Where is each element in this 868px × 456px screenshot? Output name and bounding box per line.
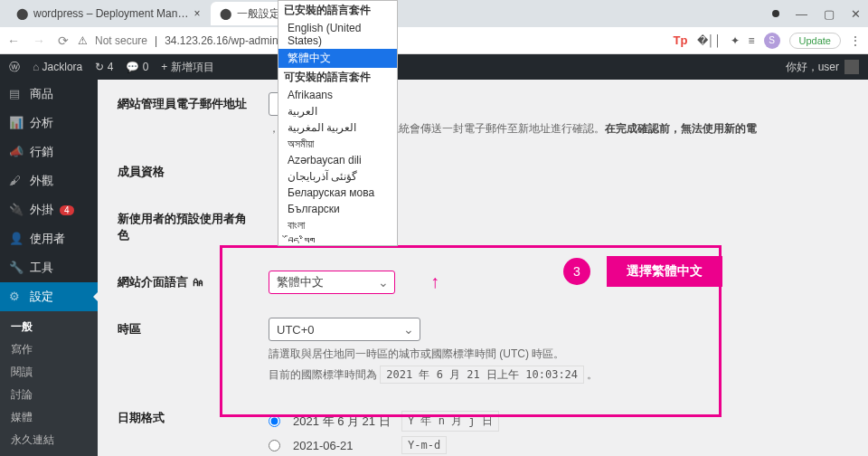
tools-icon: 🔧	[9, 261, 24, 275]
lang-group-available: 可安裝的語言套件	[278, 68, 397, 87]
menu-icon[interactable]: ⋮	[850, 34, 861, 47]
timezone-select[interactable]: UTC+0	[269, 318, 420, 341]
timezone-description: 請選取與居住地同一時區的城市或國際標準時間 (UTC) 時區。	[269, 347, 848, 362]
close-icon[interactable]: ✕	[851, 7, 861, 21]
site-name[interactable]: ⌂ Jacklora	[33, 61, 82, 73]
membership-label: 成員資格	[118, 149, 267, 195]
insecure-icon: ⚠	[78, 34, 88, 47]
browser-titlebar: ⬤ wordpress – Deployment Man… × ⬤ 一般設定 ‹…	[0, 0, 868, 27]
date-format-code: Y-m-d	[401, 436, 447, 454]
date-format-radio[interactable]	[269, 415, 280, 427]
admin-email-label: 網站管理員電子郵件地址	[118, 81, 267, 147]
site-language-select[interactable]: 繁體中文	[269, 271, 395, 294]
annotation-callout: 3 選擇繁體中文	[563, 256, 722, 287]
default-role-label: 新使用者的預設使用者角色	[118, 196, 267, 258]
extension-tp-icon[interactable]: Tp	[674, 33, 688, 47]
annotation-arrow-icon	[430, 271, 439, 299]
reload-icon[interactable]: ⟳	[58, 33, 69, 48]
extension-icon[interactable]: �││	[697, 34, 722, 47]
settings-icon: ⚙	[9, 290, 24, 304]
howdy-user[interactable]: 你好，user	[786, 60, 839, 75]
wordpress-icon: ⬤	[16, 7, 28, 20]
menu-plugins[interactable]: 🔌外掛 4	[0, 195, 98, 224]
lang-option[interactable]: گؤنئی آذربایجان	[278, 168, 397, 185]
lang-option[interactable]: العربية	[278, 103, 397, 119]
date-format-label: 日期格式	[118, 395, 267, 456]
update-button[interactable]: Update	[789, 33, 841, 49]
plugins-icon: 🔌	[9, 203, 24, 217]
comments-count[interactable]: 💬 0	[126, 61, 148, 73]
settings-content: 網站管理員電子郵件地址 ，如果變更了這項設定，系統會傳送一封電子郵件至新地址進行…	[98, 80, 868, 456]
submenu-reading[interactable]: 閱讀	[0, 361, 98, 384]
marketing-icon: 📣	[9, 145, 24, 159]
submenu-privacy[interactable]: 隱私權	[0, 451, 98, 456]
menu-users[interactable]: 👤使用者	[0, 224, 98, 253]
settings-submenu: 一般 寫作 閱讀 討論 媒體 永久連結 隱私權	[0, 311, 98, 456]
analytics-icon: 📊	[9, 116, 24, 130]
submenu-writing[interactable]: 寫作	[0, 338, 98, 361]
updates-count[interactable]: ↻ 4	[95, 61, 113, 73]
lang-option[interactable]: Azərbaycan dili	[278, 152, 397, 168]
menu-marketing[interactable]: 📣行銷	[0, 138, 98, 166]
wp-admin-bar: ⓦ ⌂ Jacklora ↻ 4 💬 0 + 新增項目 你好，user	[0, 54, 868, 80]
window-state-icon	[772, 10, 779, 17]
date-format-display: 2021 年 6 月 21 日	[293, 413, 392, 430]
wordpress-icon: ⬤	[220, 7, 231, 20]
annotation-step-number: 3	[563, 258, 590, 285]
back-icon[interactable]: ←	[7, 33, 20, 48]
admin-sidebar: ▤商品 📊分析 📣行銷 🖌外觀 🔌外掛 4 👤使用者 🔧工具 ⚙設定 一般 寫作…	[0, 80, 98, 456]
date-format-radio[interactable]	[269, 440, 280, 451]
lang-option[interactable]: 繁體中文	[278, 49, 397, 68]
forward-icon: →	[33, 33, 45, 48]
date-format-code: Y 年 n 月 j 日	[401, 411, 499, 432]
submenu-media[interactable]: 媒體	[0, 406, 98, 429]
menu-settings[interactable]: ⚙設定	[0, 282, 98, 311]
lang-option[interactable]: Български	[278, 201, 397, 217]
menu-tools[interactable]: 🔧工具	[0, 253, 98, 282]
browser-tab-1[interactable]: ⬤ wordpress – Deployment Man… ×	[7, 2, 209, 25]
lang-option[interactable]: অসমীয়া	[278, 136, 397, 152]
users-icon: 👤	[9, 232, 24, 246]
products-icon: ▤	[9, 87, 24, 101]
translate-icon: 🗛	[192, 275, 203, 289]
annotation-step-label: 選擇繁體中文	[607, 256, 722, 287]
menu-appearance[interactable]: 🖌外觀	[0, 166, 98, 195]
language-dropdown[interactable]: 已安裝的語言套件 English (United States)繁體中文 可安裝…	[278, 0, 398, 246]
minimize-icon[interactable]: —	[796, 7, 807, 21]
date-format-display: 2021-06-21	[293, 439, 392, 452]
new-item[interactable]: + 新增項目	[161, 60, 213, 75]
close-icon[interactable]: ×	[193, 7, 200, 20]
maximize-icon[interactable]: ▢	[824, 7, 835, 21]
site-language-label: 網站介面語言 🗛	[118, 260, 267, 305]
lang-group-installed: 已安裝的語言套件	[278, 1, 397, 20]
lang-option[interactable]: বাংলা	[278, 217, 397, 233]
browser-urlbar: ← → ⟳ ⚠ Not secure | 34.123.26.16/wp-adm…	[0, 27, 868, 54]
submenu-general[interactable]: 一般	[0, 316, 98, 338]
submenu-permalinks[interactable]: 永久連結	[0, 429, 98, 451]
reading-list-icon[interactable]: ≡	[749, 34, 755, 47]
submenu-discussion[interactable]: 討論	[0, 384, 98, 406]
lang-option[interactable]: Afrikaans	[278, 87, 397, 103]
profile-avatar[interactable]: S	[764, 33, 780, 49]
menu-products[interactable]: ▤商品	[0, 80, 98, 109]
lang-option[interactable]: བོད་ཡིག	[278, 233, 397, 246]
extensions-icon[interactable]: ✦	[731, 34, 740, 47]
menu-analytics[interactable]: 📊分析	[0, 109, 98, 138]
timezone-label: 時區	[118, 307, 267, 394]
wordpress-icon[interactable]: ⓦ	[9, 60, 20, 75]
lang-option[interactable]: العربية المغربية	[278, 119, 397, 136]
timezone-current: 目前的國際標準時間為 2021 年 6 月 21 日上午 10:03:24 。	[269, 367, 848, 383]
lang-option[interactable]: Беларуская мова	[278, 185, 397, 201]
lang-option[interactable]: English (United States)	[278, 20, 397, 49]
user-avatar-icon[interactable]	[844, 60, 859, 74]
appearance-icon: 🖌	[9, 174, 24, 188]
